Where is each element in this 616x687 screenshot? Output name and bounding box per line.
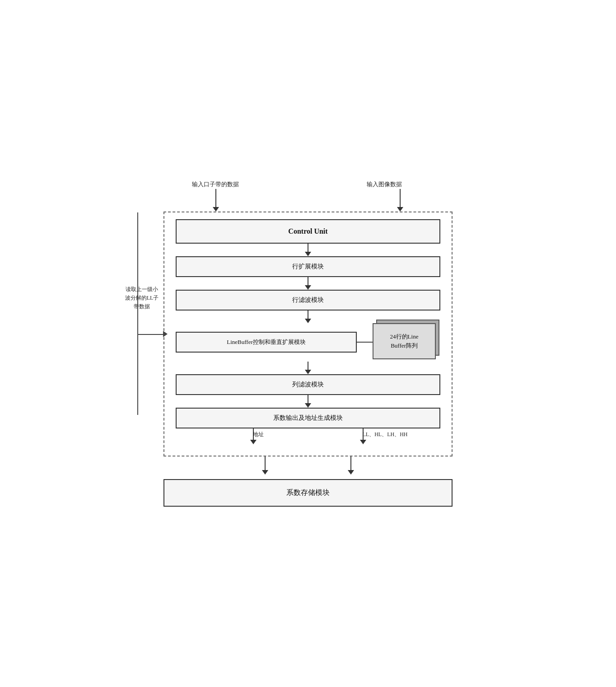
left-arrow-head — [163, 331, 168, 337]
control-unit-block: Control Unit — [176, 219, 440, 244]
col-filter-block: 列滤波模块 — [176, 374, 440, 395]
arrow-5 — [176, 395, 440, 408]
row-expand-block: 行扩展模块 — [176, 256, 440, 277]
main-dashed-box: 读取上一级小波分解的LL子带数据 Control Unit 行扩展模块 行滤波模… — [163, 212, 453, 456]
bottom-arrow-left — [265, 456, 266, 475]
linebuffer-row: LineBuffer控制和垂直扩展模块 24行的LineBuffer阵列 — [176, 323, 440, 362]
row-filter-block: 行滤波模块 — [176, 290, 440, 311]
addr-arrow-right: LL、HL、LH、HH — [360, 428, 366, 444]
box-front: 24行的LineBuffer阵列 — [373, 323, 436, 359]
arrow-2 — [176, 277, 440, 290]
linebuffer-3d-box: 24行的LineBuffer阵列 — [373, 323, 440, 362]
linebuffer-block: LineBuffer控制和垂直扩展模块 — [176, 332, 357, 353]
bottom-arrows — [163, 456, 453, 475]
left-outer-line — [137, 212, 138, 415]
bottom-arrow-right — [350, 456, 351, 475]
coeff-labels: LL、HL、LH、HH — [363, 431, 408, 438]
storage-block: 系数存储模块 — [163, 479, 453, 507]
left-h-connector — [137, 334, 164, 335]
address-row: 地址 LL、HL、LH、HH — [176, 428, 440, 444]
arrow-4 — [176, 362, 440, 374]
left-side-label: 读取上一级小波分解的LL子带数据 — [124, 285, 160, 311]
coeff-output-block: 系数输出及地址生成模块 — [176, 408, 440, 428]
diagram-container: 输入口子带的数据 输入图像数据 读取上一级小波分解的LL子带数据 Control — [154, 162, 462, 524]
arrow-1 — [176, 244, 440, 256]
side-h-line — [357, 342, 373, 343]
label-input-image: 输入图像数据 — [367, 180, 425, 188]
label-input-subband: 输入口子带的数据 — [191, 180, 240, 188]
addr-arrow-left: 地址 — [250, 428, 257, 444]
address-label: 地址 — [253, 431, 264, 438]
